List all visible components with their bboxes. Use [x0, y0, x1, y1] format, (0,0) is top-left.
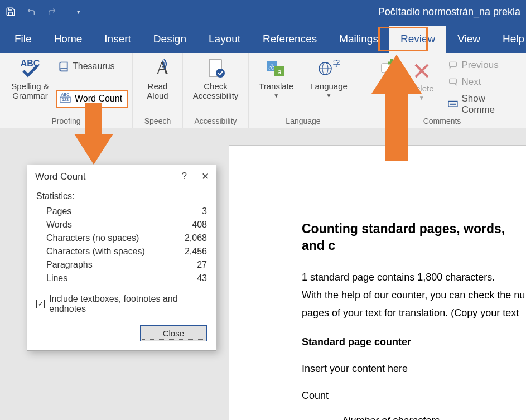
- word-count-label: Word Count: [75, 94, 122, 104]
- checkbox-label: Include textboxes, footnotes and endnote…: [49, 294, 207, 314]
- document-page[interactable]: Counting standard pages, words, and c 1 …: [229, 145, 526, 420]
- redo-icon[interactable]: [47, 7, 57, 16]
- close-icon[interactable]: ✕: [201, 171, 209, 182]
- close-button[interactable]: Close: [140, 325, 207, 341]
- chevron-down-icon: ▼: [273, 93, 279, 99]
- save-icon[interactable]: [6, 7, 16, 17]
- next-comment-button[interactable]: Next: [445, 75, 484, 89]
- tab-review[interactable]: Review: [389, 26, 446, 53]
- next-comment-icon: [447, 78, 459, 86]
- svg-rect-19: [448, 101, 457, 107]
- doc-paragraph: Insert your content here: [302, 361, 526, 376]
- read-aloud-icon: A: [148, 57, 168, 80]
- delete-comment-button[interactable]: Delete ▼: [406, 59, 437, 102]
- show-comments-label: Show Comme: [462, 93, 520, 115]
- check-accessibility-label: Check Accessibility: [193, 82, 239, 100]
- stat-row-pages: Pages3: [36, 205, 207, 218]
- word-count-dialog: Word Count ? ✕ Statistics: Pages3 Words4…: [27, 165, 216, 351]
- delete-comment-icon: [412, 60, 431, 82]
- tab-help[interactable]: Help: [491, 26, 526, 53]
- word-count-icon: ABC123: [59, 92, 71, 105]
- language-label: Language: [310, 82, 348, 91]
- svg-point-6: [216, 69, 225, 78]
- group-proofing-label: Proofing: [0, 115, 132, 125]
- tab-view[interactable]: View: [446, 26, 491, 53]
- translate-label: Translate: [259, 82, 293, 91]
- show-comments-icon: [447, 100, 459, 109]
- group-speech-label: Speech: [137, 115, 178, 125]
- thesaurus-button[interactable]: Thesaurus: [56, 60, 128, 73]
- tab-mailings[interactable]: Mailings: [328, 26, 389, 53]
- tab-insert[interactable]: Insert: [93, 26, 142, 53]
- delete-comment-label: Delete: [409, 84, 433, 94]
- svg-text:ABC: ABC: [61, 92, 70, 97]
- doc-paragraph: With the help of our counter, you can ch…: [302, 288, 526, 302]
- read-aloud-button[interactable]: A Read Aloud: [143, 56, 171, 102]
- chevron-down-icon: ▼: [326, 93, 332, 99]
- spelling-grammar-label: Spelling & Grammar: [11, 82, 49, 100]
- group-language-label: Language: [253, 115, 353, 125]
- svg-text:字: 字: [333, 59, 340, 68]
- svg-text:A: A: [156, 57, 168, 78]
- chevron-down-icon: ▼: [419, 95, 424, 101]
- title-bar: ▾ Počítadlo normostrán_na prekla: [0, 0, 526, 23]
- stat-row-chars-with-spaces: Characters (with spaces)2,456: [36, 245, 207, 258]
- svg-rect-18: [449, 79, 456, 83]
- check-accessibility-icon: [206, 57, 226, 80]
- ribbon-tabs: File Home Insert Design Layout Reference…: [0, 23, 526, 53]
- previous-comment-button[interactable]: Previous: [445, 59, 501, 72]
- qat-dropdown-icon[interactable]: ▾: [77, 8, 80, 16]
- tab-home[interactable]: Home: [43, 26, 94, 53]
- previous-comment-label: Previous: [462, 60, 499, 71]
- tab-design[interactable]: Design: [142, 26, 197, 53]
- stat-row-paragraphs: Paragraphs27: [36, 258, 207, 272]
- ribbon: ABC Spelling & Grammar Thesaurus ABC123 …: [0, 53, 526, 128]
- include-textboxes-checkbox[interactable]: ✓ Include textboxes, footnotes and endno…: [36, 294, 207, 314]
- tab-file[interactable]: File: [3, 26, 43, 53]
- check-accessibility-button[interactable]: Check Accessibility: [190, 56, 242, 102]
- translate-button[interactable]: あa Translate ▼: [255, 56, 297, 100]
- thesaurus-icon: [58, 61, 69, 72]
- doc-list: Number of characters Number of character…: [302, 415, 526, 420]
- svg-text:a: a: [278, 68, 282, 76]
- read-aloud-label: Read Aloud: [147, 82, 168, 100]
- statistics-label: Statistics:: [36, 191, 207, 201]
- previous-comment-icon: [447, 61, 459, 70]
- group-accessibility: Check Accessibility Accessibility: [183, 53, 249, 128]
- tab-layout[interactable]: Layout: [197, 26, 252, 53]
- group-speech: A Read Aloud Speech: [133, 53, 183, 128]
- doc-paragraph: 1 standard page contains 1,800 character…: [302, 270, 526, 284]
- stat-row-chars-no-spaces: Characters (no spaces)2,068: [36, 231, 207, 245]
- new-comment-icon[interactable]: [378, 58, 398, 79]
- show-comments-button[interactable]: Show Comme: [445, 92, 522, 117]
- thesaurus-label: Thesaurus: [73, 61, 115, 71]
- language-icon: 字: [317, 57, 340, 80]
- word-count-button[interactable]: ABC123 Word Count: [56, 90, 128, 108]
- svg-text:あ: あ: [268, 62, 275, 70]
- checkbox-icon: ✓: [36, 300, 45, 308]
- svg-rect-17: [449, 62, 456, 66]
- help-icon[interactable]: ?: [182, 171, 187, 182]
- document-title: Počítadlo normostrán_na prekla: [378, 6, 520, 18]
- doc-paragraph: pages of your text for translation. (Cop…: [302, 306, 526, 320]
- spelling-grammar-button[interactable]: ABC Spelling & Grammar: [8, 56, 52, 102]
- stat-row-words: Words408: [36, 218, 207, 231]
- doc-heading: Counting standard pages, words, and c: [302, 221, 526, 254]
- quick-access-toolbar: ▾: [6, 7, 80, 17]
- stat-row-lines: Lines43: [36, 272, 207, 285]
- group-accessibility-label: Accessibility: [187, 115, 244, 125]
- group-comments-label: Comments: [358, 115, 526, 125]
- list-item: Number of characters: [337, 415, 526, 420]
- translate-icon: あa: [265, 57, 287, 80]
- language-button[interactable]: 字 Language ▼: [307, 56, 351, 100]
- doc-subheading: Standard page counter: [302, 335, 526, 349]
- next-comment-label: Next: [462, 76, 481, 88]
- dialog-titlebar[interactable]: Word Count ? ✕: [27, 165, 216, 188]
- doc-paragraph: Count: [302, 388, 526, 403]
- tab-references[interactable]: References: [252, 26, 328, 53]
- undo-icon[interactable]: [26, 7, 37, 16]
- group-proofing: ABC Spelling & Grammar Thesaurus ABC123 …: [0, 53, 133, 128]
- spelling-grammar-icon: ABC: [18, 57, 42, 80]
- group-language: あa Translate ▼ 字 Language ▼ Language: [249, 53, 358, 128]
- dialog-title: Word Count: [35, 171, 85, 182]
